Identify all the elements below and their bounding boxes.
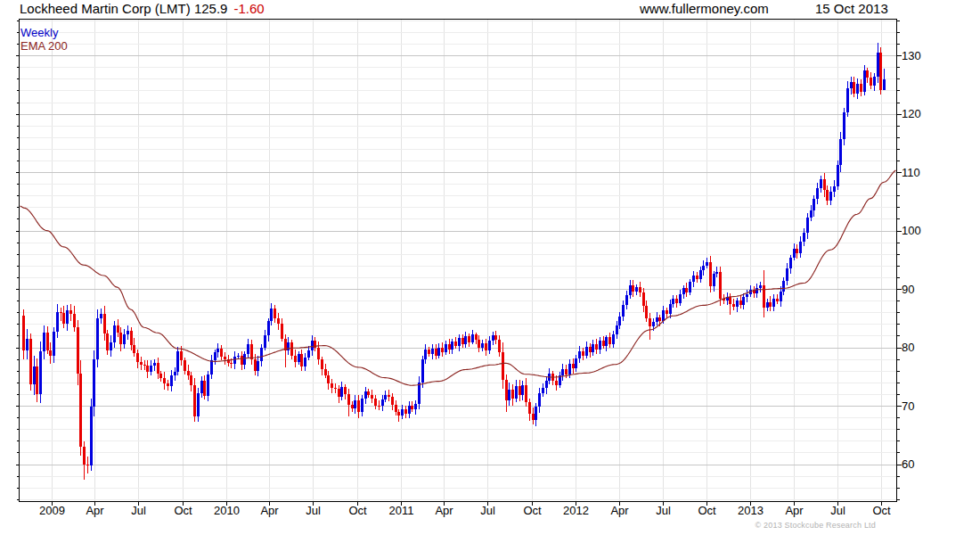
axis-tick-label: Oct (174, 504, 192, 517)
axis-tick-label: 2012 (563, 504, 589, 517)
axis-tick-label: Apr (435, 504, 453, 517)
axis-tick-label: 130 (902, 49, 921, 62)
price-change: -1.60 (233, 1, 264, 16)
axis-tick-label: Jul (306, 504, 321, 517)
copyright-notice: © 2013 Stockcube Research Ltd (755, 521, 876, 530)
price-chart-svg: 607080901001101201302009AprJulOct2010Apr… (0, 0, 980, 535)
axis-tick-label: 100 (902, 224, 921, 237)
axis-tick-label: 2009 (39, 504, 65, 517)
instrument-title: Lockheed Martin Corp (LMT) 125.9-1.60 (20, 1, 265, 16)
axis-tick-label: Apr (785, 504, 804, 517)
axis-tick-label: Jul (830, 504, 845, 517)
axis-tick-label: Jul (656, 504, 671, 517)
axis-tick-label: 110 (902, 166, 920, 179)
chart-window: 607080901001101201302009AprJulOct2010Apr… (0, 0, 980, 535)
site-link[interactable]: www.fullermoney.com (640, 1, 769, 16)
axis-tick-label: Apr (86, 504, 104, 517)
axis-tick-label: 80 (902, 341, 914, 354)
axis-tick-label: Apr (260, 504, 279, 517)
header-bar: Lockheed Martin Corp (LMT) 125.9-1.60 ww… (0, 0, 980, 18)
axis-tick-label: 60 (902, 457, 914, 471)
instrument-name-price: Lockheed Martin Corp (LMT) 125.9 (20, 1, 227, 16)
axis-tick-label: Jul (131, 504, 146, 517)
axis-tick-label: 70 (902, 399, 914, 413)
axis-tick-label: 2013 (738, 504, 764, 517)
axis-tick-label: 2010 (214, 504, 240, 517)
legend-weekly-label: Weekly (20, 26, 68, 39)
axis-tick-label: 120 (902, 107, 921, 120)
axis-tick-label: Apr (610, 504, 629, 517)
axis-tick-label: 2011 (389, 504, 414, 517)
legend-ema-label: EMA 200 (20, 39, 68, 53)
axis-tick-label: Oct (523, 504, 542, 517)
axis-tick-label: Oct (698, 504, 716, 517)
axis-tick-label: Oct (872, 504, 891, 517)
axis-tick-label: 90 (902, 283, 914, 296)
axis-tick-label: Jul (480, 504, 495, 517)
chart-date: 15 Oct 2013 (815, 1, 888, 16)
candlestick-chart: 607080901001101201302009AprJulOct2010Apr… (0, 0, 980, 535)
chart-legend: Weekly EMA 200 (20, 26, 68, 53)
axis-tick-label: Oct (348, 504, 367, 517)
